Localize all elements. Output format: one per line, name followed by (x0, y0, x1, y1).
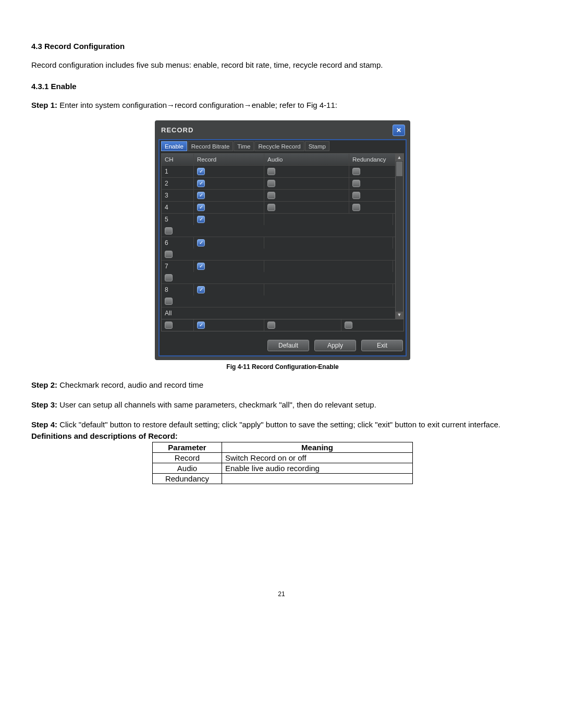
page-number: 21 (0, 590, 563, 598)
default-button[interactable]: Default (267, 340, 309, 351)
record-checkbox[interactable]: ✓ (197, 168, 205, 175)
table-row: Audio Enable live audio recording (153, 463, 413, 473)
channel-row: 8 ✓ (162, 283, 395, 307)
subsection-heading: 4.3.1 Enable (31, 82, 534, 91)
figure-caption: Fig 4-11 Record Configuration-Enable (155, 363, 410, 371)
figure-record-enable: RECORD ✕ Enable Record Bitrate Time Recy… (155, 120, 410, 371)
section-intro: Record configuration includes five sub m… (31, 60, 534, 70)
ch-label: 7 (162, 261, 194, 272)
dvr-tab-bar: Enable Record Bitrate Time Recycle Recor… (161, 141, 404, 151)
step3-label: Step 3: (31, 400, 57, 409)
tab-time[interactable]: Time (234, 141, 254, 151)
redundancy-checkbox[interactable] (352, 168, 360, 175)
record-checkbox[interactable]: ✓ (197, 216, 205, 223)
step1-label: Step 1: (31, 101, 57, 109)
all-record-checkbox[interactable]: ✓ (197, 322, 205, 329)
param-redundancy: Redundancy (153, 473, 222, 484)
record-checkbox[interactable]: ✓ (197, 192, 205, 199)
step-3: Step 3: User can setup all channels with… (31, 400, 534, 410)
param-audio: Audio (153, 463, 222, 473)
tab-enable[interactable]: Enable (161, 141, 187, 151)
table-header-row: Parameter Meaning (153, 442, 413, 452)
step-4: Step 4: Click "default" button to restor… (31, 419, 534, 430)
ch-label: 1 (162, 166, 194, 177)
ch-label: 6 (162, 237, 194, 249)
redundancy-checkbox[interactable] (165, 274, 173, 281)
redundancy-checkbox[interactable] (352, 180, 360, 187)
channel-row: 6 ✓ (162, 237, 395, 260)
apply-button[interactable]: Apply (314, 340, 356, 351)
ch-label: 5 (162, 214, 194, 225)
audio-checkbox[interactable] (267, 204, 275, 211)
channel-row: 1 ✓ (162, 165, 395, 177)
all-audio-checkbox[interactable] (267, 322, 275, 329)
definitions-heading: Definitions and descriptions of Record: (31, 431, 534, 441)
step-2: Step 2: Checkmark record, audio and reco… (31, 380, 534, 390)
dvr-title-text: RECORD (161, 126, 193, 134)
parameter-table: Parameter Meaning Record Switch Record o… (152, 442, 413, 484)
meaning-record: Switch Record on or off (222, 452, 413, 463)
channel-row: 5 ✓ (162, 213, 395, 237)
scrollbar[interactable]: ▲ ▼ (395, 154, 403, 319)
record-checkbox[interactable]: ✓ (197, 286, 205, 293)
meaning-redundancy (222, 473, 413, 484)
tab-record-bitrate[interactable]: Record Bitrate (188, 141, 234, 151)
audio-checkbox[interactable] (267, 180, 275, 187)
col-audio: Audio (264, 154, 349, 165)
channel-row: 2 ✓ (162, 177, 395, 189)
all-label: All (162, 307, 393, 319)
redundancy-checkbox[interactable] (352, 192, 360, 199)
dvr-button-row: Default Apply Exit (161, 340, 404, 352)
step1-text: Enter into system configuration→record c… (57, 101, 337, 109)
record-checkbox[interactable]: ✓ (197, 239, 205, 246)
channel-row: 7 ✓ (162, 260, 395, 283)
redundancy-checkbox[interactable] (352, 204, 360, 211)
th-parameter: Parameter (153, 442, 222, 452)
audio-checkbox[interactable] (267, 168, 275, 175)
tab-stamp[interactable]: Stamp (305, 141, 329, 151)
record-checkbox[interactable]: ✓ (197, 263, 205, 270)
all-redundancy-checkbox[interactable] (345, 322, 352, 329)
all-select-checkbox[interactable] (165, 322, 173, 329)
ch-label: 2 (162, 178, 194, 189)
redundancy-checkbox[interactable] (165, 298, 173, 305)
ch-label: 3 (162, 190, 194, 201)
record-checkbox[interactable]: ✓ (197, 180, 205, 187)
step4-label: Step 4: (31, 420, 57, 429)
close-icon[interactable]: ✕ (393, 125, 405, 136)
scroll-up-icon[interactable]: ▲ (396, 154, 403, 161)
exit-button[interactable]: Exit (361, 340, 403, 351)
record-checkbox[interactable]: ✓ (197, 204, 205, 211)
col-redundancy: Redundancy (349, 154, 393, 165)
scroll-thumb[interactable] (396, 162, 402, 176)
grid-header: CH Record Audio Redundancy (162, 154, 395, 165)
ch-label: 4 (162, 202, 194, 213)
channel-row: 4 ✓ (162, 201, 395, 213)
step2-label: Step 2: (31, 380, 57, 389)
step3-text: User can setup all channels with same pa… (57, 400, 376, 409)
table-row: Redundancy (153, 473, 413, 484)
step4-text: Click "default" button to restore defaul… (57, 420, 500, 429)
dvr-title-bar: RECORD ✕ (156, 121, 409, 139)
scroll-down-icon[interactable]: ▼ (396, 312, 403, 318)
step2-text: Checkmark record, audio and record time (57, 380, 203, 389)
dvr-dialog: RECORD ✕ Enable Record Bitrate Time Recy… (155, 120, 410, 360)
redundancy-checkbox[interactable] (165, 251, 173, 258)
dvr-body: Enable Record Bitrate Time Recycle Recor… (158, 139, 407, 356)
meaning-audio: Enable live audio recording (222, 463, 413, 473)
col-ch: CH (162, 154, 194, 165)
col-record: Record (194, 154, 264, 165)
table-row: Record Switch Record on or off (153, 452, 413, 463)
redundancy-checkbox[interactable] (165, 227, 173, 235)
audio-checkbox[interactable] (267, 192, 275, 199)
step-1: Step 1: Enter into system configuration→… (31, 100, 534, 110)
tab-recycle-record[interactable]: Recycle Record (254, 141, 304, 151)
dvr-channel-grid: CH Record Audio Redundancy 1 ✓ (161, 153, 404, 319)
all-row: ✓ (161, 319, 404, 331)
definitions-heading-text: Definitions and descriptions of Record: (31, 431, 178, 440)
ch-label: 8 (162, 284, 194, 295)
all-label-row: All (162, 307, 395, 319)
channel-row: 3 ✓ (162, 189, 395, 201)
th-meaning: Meaning (222, 442, 413, 452)
param-record: Record (153, 452, 222, 463)
